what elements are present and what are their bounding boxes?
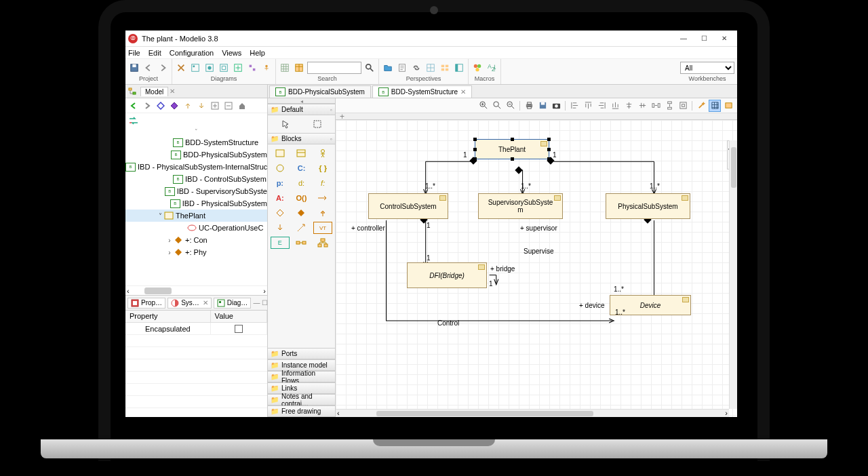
- script-icon[interactable]: [396, 62, 408, 74]
- align-top-icon[interactable]: [582, 100, 594, 112]
- block-controlsubsystem[interactable]: ControlSubSystem: [368, 193, 448, 219]
- pal-diamond-in-icon[interactable]: [292, 207, 311, 219]
- panel-min-icon[interactable]: —: [253, 299, 260, 306]
- same-size-icon[interactable]: [677, 100, 689, 112]
- align-right-icon[interactable]: [595, 100, 608, 112]
- pal-operation-icon[interactable]: O(): [292, 192, 311, 204]
- pal-constraint-icon[interactable]: C:: [292, 162, 311, 174]
- nav-fwd-icon[interactable]: [142, 100, 153, 111]
- pal-dep-icon[interactable]: [292, 222, 311, 234]
- workbench-select[interactable]: All: [680, 62, 734, 74]
- pal-notes-header[interactable]: 📁Notes and contrai…: [268, 394, 335, 405]
- print-icon[interactable]: [523, 100, 535, 112]
- pal-actor-icon[interactable]: [313, 147, 332, 159]
- tree-item[interactable]: ›+: Con: [125, 234, 267, 246]
- tab-diagram[interactable]: Diag…: [214, 298, 252, 309]
- pal-block-icon[interactable]: [271, 147, 290, 159]
- dist-h-icon[interactable]: [650, 100, 662, 112]
- pal-diamond-out-icon[interactable]: [271, 207, 290, 219]
- dist-v-icon[interactable]: [663, 100, 675, 112]
- grid2-icon[interactable]: [439, 62, 451, 74]
- diagram-canvas[interactable]: ThePlant ControlSubSystem SupervisorySub…: [336, 120, 737, 417]
- tree-item[interactable]: BIBD - ControlSubSystem: [125, 173, 267, 185]
- search-input[interactable]: [307, 62, 361, 74]
- save-icon[interactable]: [128, 62, 140, 74]
- arrow-up-icon[interactable]: [182, 100, 193, 111]
- close-button[interactable]: ✕: [714, 31, 734, 46]
- model-tree[interactable]: BBDD-SystemStructureBBDD-PhysicalSubSyst…: [125, 135, 267, 285]
- menu-configuration[interactable]: Configuration: [170, 49, 214, 57]
- canvas-h-scrollbar[interactable]: ‹›: [336, 409, 729, 417]
- align-center-v-icon[interactable]: [636, 100, 648, 112]
- block-physicalsubsystem[interactable]: PhysicalSubSystem: [606, 193, 690, 219]
- diamond-out-icon[interactable]: [155, 100, 166, 111]
- tree-item[interactable]: BIBD - PhysicalSubSystem: [125, 197, 267, 210]
- snapshot-icon[interactable]: [550, 100, 562, 112]
- open-folder-icon[interactable]: [382, 62, 394, 74]
- extra-icon[interactable]: [722, 100, 734, 112]
- tree-item[interactable]: BIBD - PhysicalSubSystem-InternalStructu…: [125, 161, 267, 173]
- settings-icon[interactable]: [175, 62, 187, 74]
- zoom-reset-icon[interactable]: [491, 100, 503, 112]
- tab-sysml-close-icon[interactable]: ✕: [203, 299, 208, 306]
- pal-hier-icon[interactable]: [313, 237, 332, 249]
- diagram4-icon[interactable]: [232, 62, 244, 74]
- pal-pointer-icon[interactable]: [271, 118, 300, 130]
- pal-attribute-icon[interactable]: A:: [271, 192, 290, 204]
- tree-h-scrollbar[interactable]: ‹›: [125, 285, 267, 295]
- grid-icon[interactable]: [425, 62, 437, 74]
- canvas-v-scrollbar[interactable]: [729, 140, 737, 409]
- back-icon[interactable]: [142, 62, 155, 74]
- pal-circle-icon[interactable]: [271, 162, 290, 174]
- model-tab[interactable]: Model: [140, 87, 168, 96]
- pal-block2-icon[interactable]: [292, 147, 311, 159]
- block-dfi[interactable]: DFI(Bridge): [407, 262, 487, 288]
- pal-vt-icon[interactable]: VT: [313, 222, 332, 234]
- menu-help[interactable]: Help: [250, 49, 265, 57]
- pal-free-header[interactable]: 📁Free drawing: [268, 405, 335, 417]
- zoom-out-icon[interactable]: [505, 100, 517, 112]
- pal-e-icon[interactable]: E: [271, 237, 290, 249]
- link-icon[interactable]: [410, 62, 422, 74]
- tab-bdd-physical[interactable]: B BDD-PhysicalSubSystem: [269, 85, 371, 98]
- pal-function-icon[interactable]: f:: [313, 177, 332, 189]
- diagram3-icon[interactable]: [218, 62, 230, 74]
- forward-icon[interactable]: [157, 62, 169, 74]
- menu-views[interactable]: Views: [222, 49, 241, 57]
- menu-edit[interactable]: Edit: [149, 49, 161, 57]
- tab-bdd-structure[interactable]: B BDD-SystemStructure ✕: [372, 85, 472, 98]
- tree-item[interactable]: BBDD-PhysicalSubSystem: [125, 148, 267, 161]
- diagram6-icon[interactable]: [260, 62, 273, 74]
- align-bottom-icon[interactable]: [609, 100, 621, 112]
- search-icon[interactable]: [363, 62, 376, 74]
- encapsulated-checkbox[interactable]: [235, 325, 243, 333]
- pal-flow-icon[interactable]: [313, 192, 332, 204]
- align-left-icon[interactable]: [568, 100, 580, 112]
- nav-back-icon[interactable]: [128, 100, 139, 111]
- save-diagram-icon[interactable]: [536, 100, 549, 112]
- zoom-in-icon[interactable]: [477, 100, 490, 112]
- arrow-down-icon[interactable]: [196, 100, 207, 111]
- pal-gen-icon[interactable]: [313, 207, 332, 219]
- menu-file[interactable]: File: [128, 49, 140, 57]
- macro2-icon[interactable]: AZ: [486, 62, 498, 74]
- collapse-icon[interactable]: [223, 100, 234, 111]
- layout-icon[interactable]: [453, 62, 465, 74]
- diagram1-icon[interactable]: [189, 62, 201, 74]
- block-theplant[interactable]: ThePlant: [475, 139, 549, 159]
- pal-datatype-icon[interactable]: d:: [292, 177, 311, 189]
- align-center-h-icon[interactable]: [623, 100, 635, 112]
- tab-properties[interactable]: Prop…: [127, 298, 165, 309]
- tab-close-icon[interactable]: ✕: [460, 88, 466, 96]
- pal-req-icon[interactable]: [271, 222, 290, 234]
- macro1-icon[interactable]: [471, 62, 484, 74]
- expand-icon[interactable]: [210, 100, 220, 111]
- pal-marquee-icon[interactable]: [303, 118, 333, 130]
- grid-toggle-icon[interactable]: [709, 100, 721, 112]
- minimize-button[interactable]: —: [673, 31, 694, 46]
- maximize-button[interactable]: ☐: [694, 31, 714, 46]
- tree-item[interactable]: BBDD-SystemStructure: [125, 136, 267, 148]
- pal-connector-icon[interactable]: [292, 237, 311, 249]
- tree-item[interactable]: ›+: Phy: [125, 246, 267, 258]
- pal-ports-header[interactable]: 📁Ports: [268, 348, 335, 359]
